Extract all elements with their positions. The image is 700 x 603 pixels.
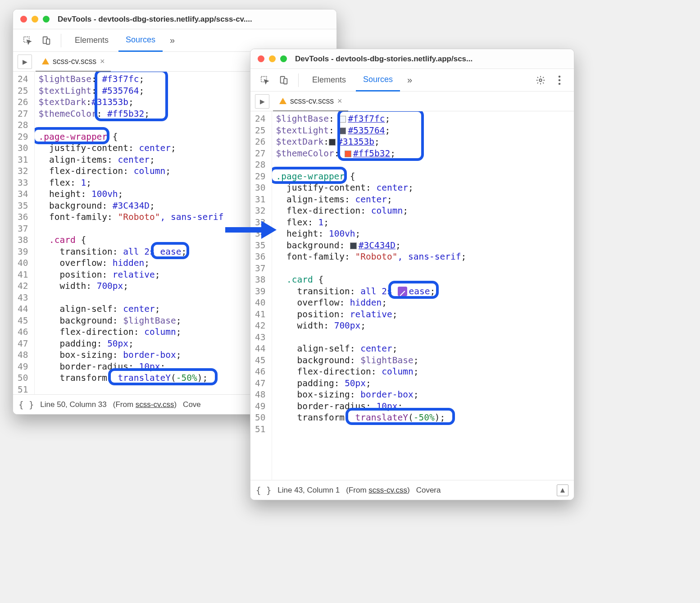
file-name: scss-cv.scss — [290, 96, 334, 106]
tab-sources[interactable]: Sources — [356, 69, 400, 91]
titlebar: DevTools - devtools-dbg-stories.netlify.… — [250, 49, 574, 69]
color-swatch[interactable] — [339, 128, 346, 134]
device-icon[interactable] — [38, 32, 55, 49]
file-tab-active[interactable]: scss-cv.scss × — [36, 52, 111, 72]
tab-elements[interactable]: Elements — [68, 29, 116, 52]
main-toolbar: Elements Sources » — [250, 69, 574, 91]
line-gutter: 24 25 26 27 28 29 30 31 32 33 34 35 36 3… — [13, 72, 35, 394]
kebab-menu-icon[interactable] — [551, 72, 568, 88]
drawer-toggle-icon[interactable]: ▲ — [557, 484, 568, 496]
close-window-button[interactable] — [20, 16, 27, 23]
titlebar: DevTools - devtools-dbg-stories.netlify.… — [13, 9, 336, 29]
svg-rect-5 — [284, 78, 287, 84]
window-title: DevTools - devtools-dbg-stories.netlify.… — [58, 15, 252, 24]
source-from: (From scss-cv.css) — [346, 486, 409, 495]
status-bar: { } Line 43, Column 1 (From scss-cv.css)… — [250, 480, 574, 500]
line-gutter: 24 25 26 27 28 29 30 31 32 33 34 35 36 3… — [250, 111, 272, 480]
minimize-window-button[interactable] — [32, 16, 38, 23]
file-tab-active[interactable]: scss-cv.scss × — [273, 91, 348, 111]
tab-sources[interactable]: Sources — [118, 29, 163, 52]
source-from: (From scss-cv.css) — [113, 400, 177, 409]
color-swatch[interactable] — [345, 151, 351, 157]
coverage-label: Covera — [416, 486, 441, 495]
color-swatch[interactable] — [350, 242, 357, 249]
gear-icon[interactable] — [532, 72, 549, 88]
code-content[interactable]: $lightBase: #f3f7fc; $textLight: #535764… — [272, 111, 574, 480]
inspect-icon[interactable] — [257, 72, 273, 88]
device-icon[interactable] — [276, 72, 292, 88]
inspect-icon[interactable] — [19, 32, 36, 49]
svg-point-7 — [559, 75, 561, 78]
comparison-arrow-icon — [225, 223, 279, 237]
warning-icon — [279, 98, 286, 104]
svg-point-9 — [559, 82, 561, 85]
window-controls — [20, 16, 50, 23]
source-map-link[interactable]: scss-cv.css — [368, 486, 407, 494]
format-icon[interactable]: { } — [256, 485, 271, 495]
code-editor[interactable]: 24 25 26 27 28 29 30 31 32 33 34 35 36 3… — [250, 111, 574, 480]
more-tabs-chevron-icon[interactable]: » — [403, 75, 417, 85]
devtools-window-right: DevTools - devtools-dbg-stories.netlify.… — [250, 49, 574, 500]
coverage-label: Cove — [183, 400, 201, 409]
maximize-window-button[interactable] — [43, 16, 50, 23]
navigator-toggle-icon[interactable]: ▶ — [255, 94, 269, 109]
cursor-position: Line 50, Column 33 — [40, 400, 106, 409]
close-icon[interactable]: × — [337, 96, 342, 106]
format-icon[interactable]: { } — [18, 400, 34, 410]
svg-rect-2 — [46, 39, 50, 44]
cursor-position: Line 43, Column 1 — [277, 486, 340, 495]
minimize-window-button[interactable] — [269, 55, 276, 62]
warning-icon — [42, 58, 49, 64]
tab-elements[interactable]: Elements — [305, 69, 353, 91]
color-swatch[interactable] — [339, 116, 346, 123]
window-controls — [258, 55, 287, 62]
maximize-window-button[interactable] — [280, 55, 287, 62]
close-window-button[interactable] — [258, 55, 264, 62]
more-tabs-chevron-icon[interactable]: » — [165, 35, 179, 46]
source-map-link[interactable]: scss-cv.css — [136, 400, 174, 409]
window-title: DevTools - devtools-dbg-stories.netlify.… — [295, 55, 473, 64]
svg-point-6 — [539, 79, 542, 82]
navigator-toggle-icon[interactable]: ▶ — [18, 55, 32, 69]
svg-point-8 — [559, 79, 561, 81]
close-icon[interactable]: × — [100, 57, 105, 66]
file-name: scss-cv.scss — [53, 57, 96, 66]
file-tabs: ▶ scss-cv.scss × — [250, 91, 574, 111]
bezier-swatch[interactable] — [398, 287, 407, 296]
color-swatch[interactable] — [329, 139, 336, 146]
